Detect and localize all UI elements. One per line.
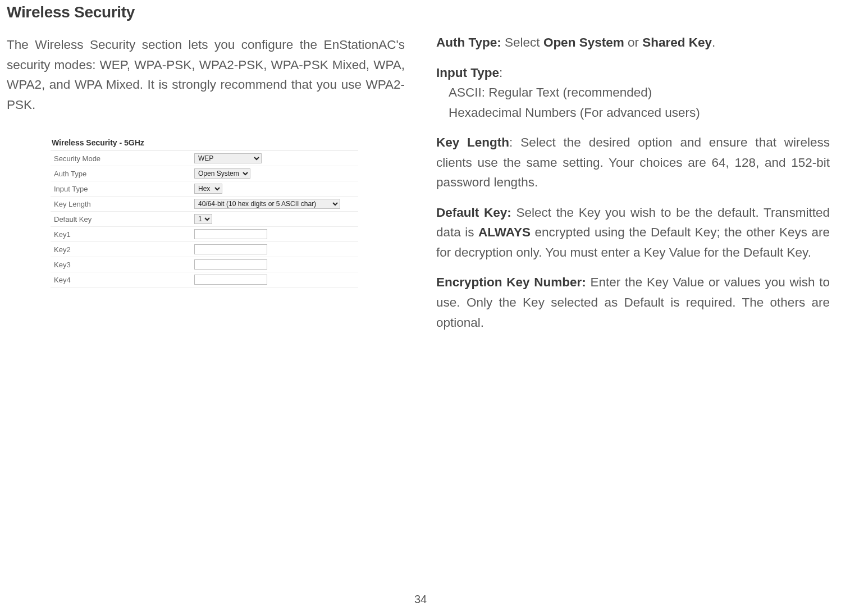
label-auth-type: Auth Type bbox=[51, 166, 191, 181]
auth-type-paragraph: Auth Type: Select Open System or Shared … bbox=[436, 33, 830, 53]
row-key1: Key1 bbox=[51, 227, 358, 242]
row-key-length: Key Length 40/64-bit (10 hex digits or 5… bbox=[51, 197, 358, 212]
auth-type-label: Auth Type: bbox=[436, 35, 505, 49]
screenshot-title: Wireless Security - 5GHz bbox=[51, 135, 358, 151]
input-type-heading: Input Type: bbox=[436, 63, 830, 83]
label-key1: Key1 bbox=[51, 227, 191, 242]
row-key4: Key4 bbox=[51, 272, 358, 288]
label-security-mode: Security Mode bbox=[51, 151, 191, 166]
label-default-key: Default Key bbox=[51, 212, 191, 227]
encryption-key-paragraph: Encryption Key Number: Enter the Key Val… bbox=[436, 272, 830, 332]
select-key-length[interactable]: 40/64-bit (10 hex digits or 5 ASCII char… bbox=[194, 199, 340, 209]
key-length-label: Key Length bbox=[436, 135, 509, 149]
input-type-hex: Hexadecimal Numbers (For advanced users) bbox=[436, 103, 830, 123]
label-key4: Key4 bbox=[51, 272, 191, 288]
input-key4[interactable] bbox=[194, 275, 267, 285]
intro-paragraph: The Wireless Security section lets you c… bbox=[7, 35, 405, 115]
label-input-type: Input Type bbox=[51, 181, 191, 197]
encryption-key-label: Encryption Key Number: bbox=[436, 275, 590, 289]
page-heading: Wireless Security bbox=[7, 3, 405, 21]
auth-type-text3: . bbox=[712, 35, 715, 49]
auth-type-text1: Select bbox=[505, 35, 543, 49]
input-type-ascii: ASCII: Regular Text (recommended) bbox=[436, 83, 830, 103]
row-default-key: Default Key 1 bbox=[51, 212, 358, 227]
row-input-type: Input Type Hex bbox=[51, 181, 358, 197]
page-number: 34 bbox=[0, 593, 841, 606]
select-security-mode[interactable]: WEP bbox=[194, 153, 262, 163]
select-input-type[interactable]: Hex bbox=[194, 184, 222, 194]
settings-screenshot: Wireless Security - 5GHz Security Mode W… bbox=[51, 135, 358, 288]
input-type-colon: : bbox=[499, 66, 502, 80]
row-auth-type: Auth Type Open System bbox=[51, 166, 358, 181]
input-key2[interactable] bbox=[194, 244, 267, 254]
select-auth-type[interactable]: Open System bbox=[194, 168, 250, 179]
input-key3[interactable] bbox=[194, 259, 267, 270]
default-key-label: Default Key: bbox=[436, 206, 516, 220]
row-key2: Key2 bbox=[51, 242, 358, 257]
auth-type-open-system: Open System bbox=[543, 35, 624, 49]
row-security-mode: Security Mode WEP bbox=[51, 151, 358, 166]
default-key-always: ALWAYS bbox=[478, 225, 531, 239]
auth-type-shared-key: Shared Key bbox=[642, 35, 712, 49]
auth-type-text2: or bbox=[624, 35, 643, 49]
input-type-label: Input Type bbox=[436, 66, 499, 80]
select-default-key[interactable]: 1 bbox=[194, 214, 212, 224]
default-key-paragraph: Default Key: Select the Key you wish to … bbox=[436, 203, 830, 263]
row-key3: Key3 bbox=[51, 257, 358, 272]
key-length-paragraph: Key Length: Select the desired option an… bbox=[436, 133, 830, 193]
label-key2: Key2 bbox=[51, 242, 191, 257]
label-key3: Key3 bbox=[51, 257, 191, 272]
input-key1[interactable] bbox=[194, 229, 267, 239]
label-key-length: Key Length bbox=[51, 197, 191, 212]
